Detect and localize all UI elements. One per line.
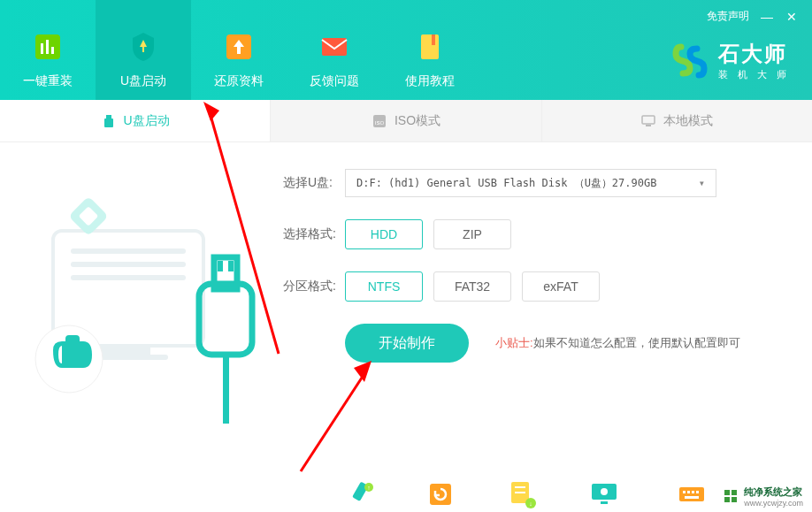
usb-selector[interactable]: D:F: (hd1) General USB Flash Disk （U盘）27… [345, 169, 716, 197]
nav-label: 使用教程 [405, 73, 455, 89]
svg-rect-7 [432, 34, 435, 45]
svg-rect-15 [71, 248, 186, 254]
svg-rect-48 [724, 490, 730, 495]
action-format-convert[interactable]: ↓ 格式转换 [501, 478, 543, 512]
envelope-icon [317, 29, 352, 65]
svg-rect-37 [601, 501, 608, 504]
config-form: 选择U盘: D:F: (hd1) General USB Flash Disk … [257, 169, 785, 425]
svg-rect-39 [683, 491, 686, 493]
shield-icon [126, 29, 161, 65]
action-shortcut-query[interactable]: 快捷键查询 [665, 478, 718, 512]
svg-rect-25 [218, 261, 223, 271]
brand-subtitle: 装 机 大 师 [718, 68, 790, 81]
illustration [27, 169, 257, 425]
svg-rect-51 [732, 497, 737, 502]
partition-label: 分区格式: [283, 279, 345, 294]
svg-rect-6 [421, 34, 439, 59]
select-usb-label: 选择U盘: [283, 175, 345, 191]
partition-option-fat32[interactable]: FAT32 [433, 271, 511, 302]
usb-upgrade-icon: ↑ [346, 478, 378, 510]
main-content: 选择U盘: D:F: (hd1) General USB Flash Disk … [0, 142, 812, 434]
usb-selected-value: D:F: (hd1) General USB Flash Disk （U盘）27… [356, 176, 656, 191]
svg-text:↓: ↓ [529, 501, 532, 507]
svg-rect-16 [71, 262, 186, 267]
svg-rect-23 [199, 284, 252, 355]
nav-feedback[interactable]: 反馈问题 [287, 0, 382, 100]
nav-label: 一键重装 [23, 73, 73, 89]
svg-rect-31 [430, 484, 451, 505]
titlebar: 免责声明 — ✕ [707, 9, 799, 24]
svg-rect-9 [104, 118, 113, 127]
restore-icon [425, 478, 456, 510]
subnav-label: ISO模式 [395, 113, 440, 129]
iso-icon: ISO [372, 113, 387, 129]
usb-icon [101, 113, 117, 129]
main-navigation: 一键重装 U盘启动 还原资料 反馈问题 使用教程 [0, 0, 478, 100]
svg-rect-5 [322, 38, 347, 56]
svg-rect-49 [732, 490, 737, 495]
nav-label: 还原资料 [214, 73, 264, 89]
nav-reinstall[interactable]: 一键重装 [0, 0, 96, 100]
subnav-usb-boot[interactable]: U盘启动 [0, 100, 271, 141]
action-restore-usb[interactable]: 还原U盘 [421, 478, 461, 512]
bar-chart-icon [30, 29, 65, 65]
action-upgrade-usb[interactable]: ↑ 升级U盘 [341, 478, 381, 512]
disclaimer-link[interactable]: 免责声明 [707, 9, 749, 24]
svg-text:ISO: ISO [375, 120, 385, 126]
nav-restore[interactable]: 还原资料 [191, 0, 287, 100]
svg-rect-43 [685, 496, 699, 499]
start-button[interactable]: 开始制作 [345, 324, 469, 363]
svg-rect-38 [679, 487, 704, 501]
subnav-local[interactable]: 本地模式 [542, 100, 812, 141]
svg-rect-26 [228, 261, 234, 271]
book-icon [412, 29, 448, 65]
brand: 石大师 装 机 大 师 [672, 40, 790, 81]
footer-site-name: 纯净系统之家 [744, 485, 803, 499]
svg-rect-13 [646, 125, 651, 126]
svg-rect-2 [46, 40, 49, 54]
subnav-label: 本地模式 [663, 113, 713, 129]
action-simulate-boot[interactable]: 模拟启动 [583, 478, 625, 512]
header: 免责声明 — ✕ 一键重装 U盘启动 还原资料 反馈问题 [0, 0, 812, 100]
svg-rect-50 [724, 497, 730, 502]
chevron-down-icon: ▾ [699, 177, 705, 189]
svg-point-36 [601, 488, 608, 495]
svg-text:↑: ↑ [367, 485, 371, 491]
footer-site-url: www.ycwjzy.com [744, 499, 803, 508]
partition-option-exfat[interactable]: exFAT [522, 271, 600, 302]
subnav-iso[interactable]: ISO ISO模式 [271, 100, 541, 141]
format-option-zip[interactable]: ZIP [433, 219, 511, 249]
partition-option-ntfs[interactable]: NTFS [345, 271, 423, 302]
nav-label: U盘启动 [120, 73, 166, 89]
monitor-play-icon [588, 478, 620, 510]
brand-title: 石大师 [718, 40, 790, 68]
svg-rect-18 [97, 346, 150, 355]
sub-navigation: U盘启动 ISO ISO模式 本地模式 [0, 100, 812, 142]
convert-icon: ↓ [506, 478, 538, 510]
format-label: 选择格式: [283, 226, 345, 242]
format-option-hdd[interactable]: HDD [345, 219, 423, 249]
svg-rect-1 [41, 43, 43, 54]
svg-rect-40 [687, 491, 690, 493]
svg-rect-12 [642, 116, 655, 124]
bottom-actions: ↑ 升级U盘 还原U盘 ↓ 格式转换 模拟启动 快捷键查询 [0, 478, 812, 512]
nav-usb-boot[interactable]: U盘启动 [96, 0, 191, 100]
keyboard-icon [676, 478, 708, 510]
tip-label: 小贴士: [495, 336, 533, 349]
svg-rect-8 [106, 115, 111, 118]
svg-rect-3 [51, 47, 54, 54]
footer-watermark: 纯净系统之家 www.ycwjzy.com [724, 485, 803, 508]
svg-rect-42 [696, 491, 699, 493]
svg-rect-41 [692, 491, 694, 493]
close-button[interactable]: ✕ [785, 10, 799, 24]
minimize-button[interactable]: — [760, 10, 774, 24]
brand-logo-icon [672, 43, 708, 79]
nav-tutorial[interactable]: 使用教程 [382, 0, 478, 100]
subnav-label: U盘启动 [124, 113, 170, 129]
tip-text: 小贴士:如果不知道怎么配置，使用默认配置即可 [495, 335, 740, 351]
nav-label: 反馈问题 [310, 73, 359, 89]
svg-rect-27 [223, 355, 229, 424]
monitor-icon [640, 113, 656, 129]
svg-rect-17 [71, 275, 186, 280]
upload-box-icon [221, 29, 257, 65]
